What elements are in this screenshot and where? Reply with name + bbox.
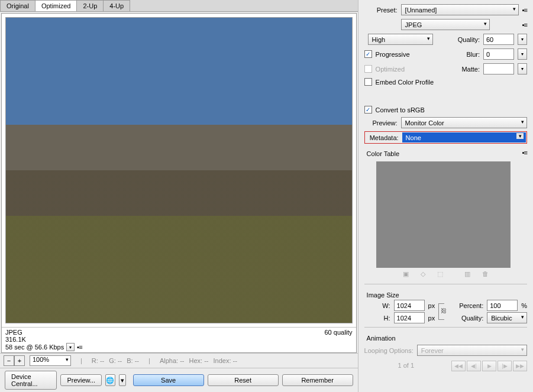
convert-srgb-checkbox[interactable]: ✓ [364,106,372,114]
preset-menu[interactable]: ▪≡ [522,7,527,14]
metadata-row: Metadata: None [364,131,527,144]
compression-select[interactable]: High [368,34,433,45]
color-table-title: Color Table [367,150,399,157]
status-format: JPEG [5,329,22,336]
animation-title: Animation [367,335,527,342]
matte-swatch[interactable] [483,63,514,74]
looping-select: Forever [417,345,527,356]
preset-label: Preset: [364,7,398,14]
frame-info: 1 of 1 [364,362,448,369]
readout-r: R: -- [92,357,104,364]
looping-label: Looping Options: [364,347,414,354]
save-button[interactable]: Save [133,374,204,386]
optimize-menu[interactable]: ▪≡ [522,21,527,28]
color-table [376,161,511,268]
resample-quality-label: Quality: [450,315,483,322]
progressive-checkbox[interactable]: ✓ [364,50,372,58]
ct-new-icon[interactable]: ▥ [464,270,470,278]
embed-profile-checkbox[interactable] [364,78,372,86]
ct-eyedropper-icon[interactable]: ▣ [403,270,409,278]
browser-preview-icon[interactable]: 🌐 [105,374,115,386]
zoom-select[interactable]: 100% [30,355,71,366]
preview-button[interactable]: Preview... [60,374,102,386]
resample-quality-select[interactable]: Bicubic [487,312,527,323]
percent-field[interactable]: 100 [487,300,518,311]
status-bar: JPEG 60 quality 316.1K 58 sec @ 56.6 Kbp… [2,327,356,352]
transfer-rate-menu[interactable]: ▾ [66,343,75,351]
readout-hex: Hex: -- [189,357,208,364]
optimized-checkbox [364,65,372,73]
preview-profile-label: Preview: [364,119,398,127]
status-time: 58 sec @ 56.6 Kbps [5,344,64,351]
view-tabs: Original Optimized 2-Up 4-Up [0,0,358,12]
metadata-select[interactable]: None [402,132,526,142]
zoom-in-button[interactable]: + [14,355,25,366]
quality-field[interactable]: 60 [483,34,514,45]
percent-suffix: % [521,302,527,309]
ct-shift-icon[interactable]: ⬚ [437,270,443,278]
readout-b: B: -- [127,357,139,364]
bottom-toolbar: − + 100% | R: -- G: -- B: -- | Alpha: --… [0,353,358,368]
blur-stepper[interactable]: ▾ [518,48,527,60]
optimized-label: Optimized [376,66,405,73]
preview-profile-select[interactable]: Monitor Color [401,117,527,128]
tab-2up[interactable]: 2-Up [76,0,104,11]
matte-label: Matte: [447,66,480,73]
height-label: H: [367,315,390,322]
readout-index: Index: -- [213,357,237,364]
metadata-label: Metadata: [366,134,399,141]
embed-profile-label: Embed Color Profile [376,79,434,86]
height-unit: px [428,315,435,322]
preset-select[interactable]: [Unnamed] [401,4,519,15]
tab-4up[interactable]: 4-Up [103,0,130,11]
status-size: 316.1K [5,336,26,343]
height-field[interactable]: 1024 [394,312,425,323]
tab-original[interactable]: Original [0,0,35,11]
ct-trash-icon[interactable]: 🗑 [482,270,489,278]
readout-g: G: -- [109,357,122,364]
image-area: JPEG 60 quality 316.1K 58 sec @ 56.6 Kbp… [1,13,357,353]
color-table-menu[interactable]: ▪≡ [522,149,527,156]
image-size-title: Image Size [367,291,527,299]
blur-field[interactable]: 0 [483,48,514,60]
color-table-toolbar: ▣ ◇ ⬚ ▥ 🗑 [364,270,527,278]
browser-preview-menu[interactable]: ▾ [119,374,126,386]
blur-label: Blur: [447,51,480,58]
progressive-label: Progressive [376,51,410,58]
reset-button[interactable]: Reset [208,374,279,386]
width-label: W: [367,302,390,309]
tab-optimized[interactable]: Optimized [35,0,77,11]
anim-play-button: ▶ [482,361,496,371]
anim-last-button: ▶▶ [513,361,527,371]
width-field[interactable]: 1024 [394,300,425,311]
image-preview[interactable] [5,17,353,323]
remember-button[interactable]: Remember [282,374,353,386]
width-unit: px [428,302,435,309]
convert-srgb-label: Convert to sRGB [376,106,425,114]
constrain-proportions-icon[interactable] [438,303,444,320]
matte-menu[interactable]: ▾ [518,63,527,74]
anim-prev-button: ◀| [467,361,481,371]
percent-label: Percent: [450,302,483,309]
readout-alpha: Alpha: -- [160,357,185,364]
ct-lock-icon[interactable]: ◇ [421,270,425,278]
zoom-out-button[interactable]: − [4,355,14,366]
quality-label: Quality: [447,36,480,43]
anim-first-button: ◀◀ [451,361,466,371]
anim-next-button: |▶ [498,361,512,371]
status-quality: 60 quality [325,329,353,336]
quality-stepper[interactable]: ▾ [518,34,527,45]
device-central-button[interactable]: Device Central... [5,371,57,390]
status-menu[interactable]: ▪≡ [77,344,82,351]
format-select[interactable]: JPEG [401,19,490,30]
